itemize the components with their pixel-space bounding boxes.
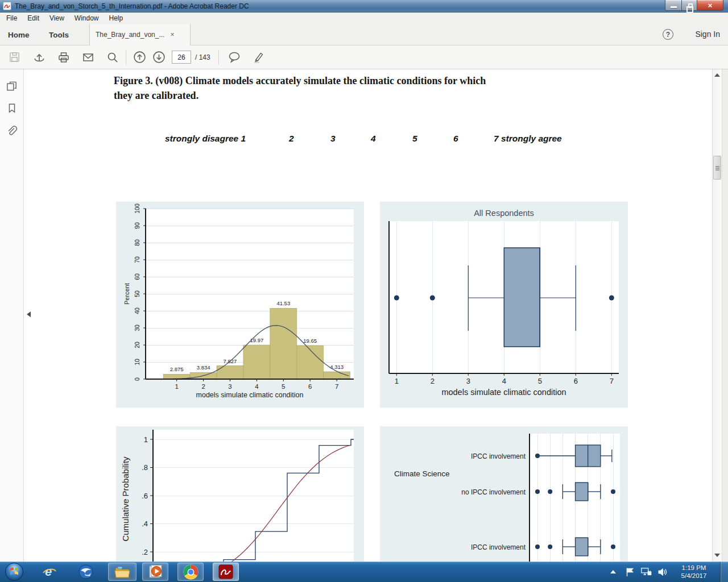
folder-icon [114,564,131,580]
page-number-input[interactable] [172,51,191,64]
figure-caption-line2: they are calibrated. [114,90,198,101]
svg-text:2: 2 [201,383,205,390]
volume-icon[interactable] [657,567,668,577]
svg-text:30: 30 [134,325,140,331]
taskbar-thunderbird[interactable] [73,563,99,581]
restore-button[interactable] [681,0,697,11]
bookmarks-button[interactable] [5,101,19,115]
system-tray: 1:19 PM 5/4/2017 [610,562,728,582]
scroll-down-icon[interactable] [714,554,720,557]
scale-label-left: strongly disagree 1 [165,134,246,144]
save-button[interactable] [5,48,24,67]
document-area: Figure 3. (v008) Climate models accurate… [0,69,728,562]
svg-text:4: 4 [502,377,506,385]
svg-text:IPCC involvement: IPCC involvement [471,452,526,460]
svg-text:4: 4 [255,383,259,390]
menu-edit[interactable]: Edit [22,13,44,23]
tab-tools[interactable]: Tools [49,24,69,45]
figure-caption: Figure 3. (v008) Climate models accurate… [114,73,620,103]
close-button[interactable]: × [697,0,723,11]
envelope-icon [82,51,94,64]
svg-text:41.53: 41.53 [276,300,290,306]
svg-text:7: 7 [335,383,338,390]
restore-icon [688,3,693,8]
menu-window[interactable]: Window [69,13,104,23]
svg-text:80: 80 [134,239,140,246]
page-thumbnails-icon [6,80,18,92]
titlebar[interactable]: The_Bray_and_von_Storch_5_th_Internation… [0,0,728,13]
page-thumbnails-button[interactable] [5,78,19,93]
window-title: The_Bray_and_von_Storch_5_th_Internation… [15,2,249,10]
taskbar-media-player[interactable] [142,563,168,581]
action-center-flag-icon[interactable] [624,567,635,577]
taskbar-chrome[interactable] [177,563,204,581]
scrollbar-grip [715,166,719,167]
clock-time: 1:19 PM [673,564,714,572]
comment-button[interactable] [225,48,244,67]
scrollbar-thumb[interactable] [713,156,721,180]
tab-document[interactable]: The_Bray_and_von_... × [89,24,191,45]
svg-text:6: 6 [574,377,578,385]
show-hidden-icons-icon[interactable] [610,570,616,573]
menu-bar: File Edit View Window Help [0,13,728,24]
svg-text:Percent: Percent [123,283,130,305]
svg-text:19.65: 19.65 [303,338,317,344]
figure-caption-line1: Figure 3. (v008) Climate models accurate… [114,75,486,86]
print-button[interactable] [54,48,73,67]
show-desktop-button[interactable] [720,562,728,582]
main-toolbar: / 143 [0,45,728,69]
scale-label-6: 6 [453,134,458,144]
svg-text:0: 0 [134,377,140,381]
scale-label-3: 3 [330,134,336,144]
minimize-button[interactable] [665,0,682,11]
menu-view[interactable]: View [44,13,69,23]
svg-text:.8: .8 [142,463,148,472]
scale-label-2: 2 [289,134,294,144]
chart-box-groups: IPCC involvementno IPCC involvementIPCC … [380,426,628,562]
tab-close-icon[interactable]: × [170,31,174,39]
vertical-scrollbar[interactable] [712,69,722,562]
previous-page-button[interactable] [130,48,149,67]
svg-text:10: 10 [134,359,140,365]
collapse-left-pane-icon[interactable] [27,311,31,317]
network-icon[interactable] [640,567,652,577]
tab-home[interactable]: Home [8,24,30,45]
attachments-button[interactable] [5,123,19,138]
right-edge-strip [722,69,728,562]
svg-text:1: 1 [395,377,399,385]
pen-icon [251,51,265,64]
scale-label-5: 5 [412,134,417,144]
svg-text:3: 3 [466,377,470,385]
svg-text:IPCC involvement: IPCC involvement [471,543,526,551]
help-icon[interactable]: ? [663,29,673,40]
toolbar-separator [126,50,126,65]
taskbar-acrobat-reader[interactable] [213,563,239,581]
minimize-icon [671,6,677,8]
svg-text:6: 6 [308,383,312,390]
next-page-button[interactable] [149,48,168,67]
taskbar-windows-explorer[interactable] [108,563,136,581]
taskbar-clock[interactable]: 1:19 PM 5/4/2017 [673,564,714,580]
svg-text:e: e [45,564,52,579]
svg-text:5: 5 [282,383,285,390]
svg-text:5: 5 [538,377,542,385]
svg-text:3.834: 3.834 [197,364,210,371]
scroll-up-icon[interactable] [714,73,720,77]
start-button[interactable] [5,562,24,581]
search-button[interactable] [103,48,122,67]
svg-text:2: 2 [431,377,435,385]
email-button[interactable] [78,48,98,67]
taskbar-internet-explorer[interactable]: e [36,563,63,581]
thunderbird-icon [78,564,94,580]
boxplot-all-panel: All Respondents1234567models simulate cl… [380,202,628,408]
chart-ecdf: 1.8.6.4.2Cumulative Probability [116,426,364,562]
fill-sign-button[interactable] [249,48,268,67]
ecdf-panel: 1.8.6.4.2Cumulative Probability [116,426,364,562]
upload-button[interactable] [30,48,49,67]
menu-file[interactable]: File [1,13,22,23]
svg-text:40: 40 [134,307,140,314]
close-icon: × [708,1,713,10]
sign-in-button[interactable]: Sign In [695,30,720,39]
svg-text:70: 70 [134,256,140,263]
menu-help[interactable]: Help [104,13,129,23]
